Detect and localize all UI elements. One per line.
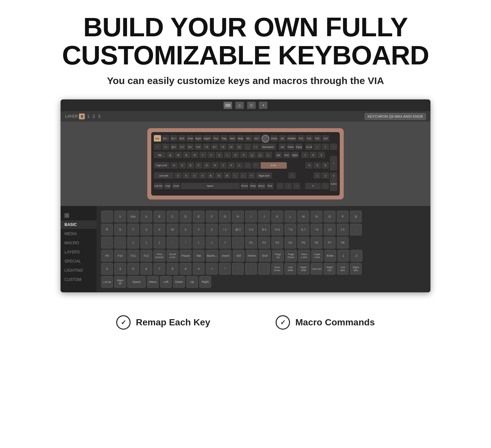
kc-h[interactable]: H [232, 211, 244, 222]
key-u[interactable]: U [216, 152, 223, 159]
kc-del2[interactable]: Del [233, 250, 245, 262]
key-num-4[interactable]: 4 [305, 162, 313, 169]
kc-num4[interactable]: 4 [114, 263, 126, 275]
kc-rctrl[interactable]: RightCtrl [324, 263, 336, 275]
kc-num5[interactable]: 5 [127, 263, 139, 275]
key-scr-minus[interactable]: Scr - [162, 135, 169, 142]
key-1[interactable]: ! 1 [162, 144, 169, 151]
kc-lbrace[interactable]: { [127, 237, 139, 249]
key-l[interactable]: L [236, 162, 243, 169]
kc-t[interactable]: T [127, 224, 139, 235]
key-num-7[interactable]: 7 [301, 152, 309, 159]
key-equals[interactable]: = + [252, 144, 259, 151]
kc-esc[interactable]: Esc [127, 211, 139, 222]
kc-home[interactable]: Home [246, 250, 258, 262]
kc-semi[interactable]: ; [167, 237, 178, 249]
key-num-mult[interactable]: × [322, 144, 329, 151]
kc-tab[interactable]: Tab [193, 250, 205, 262]
key-x[interactable]: X [183, 172, 190, 180]
lighting-icon[interactable]: ◎ [235, 102, 244, 109]
key-0[interactable]: ) 0 [236, 144, 243, 151]
key-c[interactable]: C [191, 172, 198, 180]
key-f[interactable]: F [195, 162, 202, 169]
kc-num2[interactable]: 2 [351, 250, 362, 262]
key-h[interactable]: H [211, 162, 219, 169]
key-slash[interactable]: ? / [248, 172, 255, 180]
sidebar-item-macro[interactable]: MACRO [61, 239, 97, 247]
kc-apos[interactable]: ' [114, 237, 126, 249]
key-f14[interactable]: F14 [306, 135, 313, 142]
key-a[interactable]: A [171, 162, 178, 169]
key-play[interactable]: Play [221, 135, 228, 142]
key-num-dot[interactable]: . [322, 183, 329, 190]
key-period[interactable]: > . [240, 172, 247, 180]
kc-e[interactable]: E [193, 211, 205, 222]
key-g[interactable]: G [203, 162, 210, 169]
key-m[interactable]: M [224, 172, 231, 180]
kc-ndot[interactable]: . [245, 263, 257, 275]
settings-icon[interactable]: ⚙ [247, 102, 256, 109]
keyboard-icon[interactable]: ⌨ [224, 102, 232, 109]
kc-scrlk[interactable]: ScrollLock [167, 250, 178, 262]
key-scr-plus[interactable]: Scr + [170, 135, 177, 142]
kc-f10[interactable]: F10 [114, 250, 126, 262]
kc-m[interactable]: M [298, 211, 309, 222]
key-lshift[interactable]: Left Shift [154, 172, 173, 180]
kc-pipe[interactable]: | [154, 237, 165, 249]
kc-f1[interactable]: F1 [245, 237, 257, 249]
kc-lwin[interactable]: LeftWin [337, 263, 349, 275]
key-lopt[interactable]: LOpt [164, 183, 171, 190]
key-r[interactable]: R [191, 152, 198, 159]
key-num-1[interactable]: 1 [314, 172, 321, 180]
key-ropt[interactable]: ROpt [249, 183, 257, 190]
kc-quot[interactable]: " [180, 237, 191, 249]
kc-f9[interactable]: F9 [101, 250, 113, 262]
key-f15[interactable]: F15 [314, 135, 321, 142]
key-brght-minus[interactable]: Brght- [195, 135, 202, 142]
kc-num3[interactable]: 3 [101, 263, 113, 275]
kc-v[interactable]: V [114, 211, 126, 222]
kc-lshift[interactable]: LeftShift [284, 263, 296, 275]
kc-f6[interactable]: F6 [311, 237, 322, 249]
key-o[interactable]: O [232, 152, 239, 159]
key-pgup[interactable]: PgUp [295, 144, 302, 151]
kc-f2[interactable]: F2 [258, 237, 270, 249]
layer-2[interactable]: 2 [93, 114, 95, 119]
key-backspace[interactable]: Backspace [260, 144, 276, 151]
kc-num0[interactable]: 0 [193, 263, 205, 275]
kc-rshift[interactable]: RightShift [298, 263, 309, 275]
key-y[interactable]: Y [208, 152, 215, 159]
kc-capslk[interactable]: CapsLock [311, 250, 323, 262]
kc-colon[interactable]: : [350, 224, 362, 235]
kc-down[interactable]: Down [173, 276, 185, 288]
key-left-arrow[interactable]: ← [277, 183, 284, 190]
key-num-5[interactable]: 5 [314, 162, 321, 169]
kc-4[interactable]: $ 4 [258, 224, 270, 235]
layer-1[interactable]: 1 [87, 114, 89, 119]
key-k[interactable]: K [228, 162, 235, 169]
kc-f5[interactable]: F5 [298, 237, 309, 249]
sidebar-item-lighting[interactable]: LIGHTING [61, 266, 97, 275]
key-esc[interactable]: Esc [154, 135, 161, 142]
sidebar-item-media[interactable]: MEDIA [61, 230, 97, 238]
kc-num7[interactable]: 7 [154, 263, 165, 275]
kc-8[interactable]: * 8 [311, 224, 322, 235]
key-backslash[interactable]: | \ [265, 152, 272, 159]
kc-7[interactable]: & 7 [298, 224, 309, 235]
key-w[interactable]: W [175, 152, 182, 159]
key-pgdn[interactable]: PgDn [291, 152, 299, 159]
key-t[interactable]: T [199, 152, 207, 159]
sidebar-item-layers[interactable]: LAYERS [61, 248, 97, 256]
kc-nmult[interactable]: * [219, 263, 231, 275]
key-next[interactable]: Next [229, 135, 236, 142]
key-i[interactable]: I [224, 152, 231, 159]
kc-dot[interactable]: · [101, 237, 113, 249]
kc-u[interactable]: U [140, 224, 152, 235]
key-num-6[interactable]: 6 [322, 162, 329, 169]
key-p[interactable]: P [240, 152, 247, 159]
key-j[interactable]: J [220, 162, 227, 169]
key-num-8[interactable]: 8 [310, 152, 317, 159]
kc-b[interactable]: B [154, 211, 165, 222]
kc-f3[interactable]: F3 [271, 237, 283, 249]
kc-f11[interactable]: F11 [127, 250, 139, 262]
